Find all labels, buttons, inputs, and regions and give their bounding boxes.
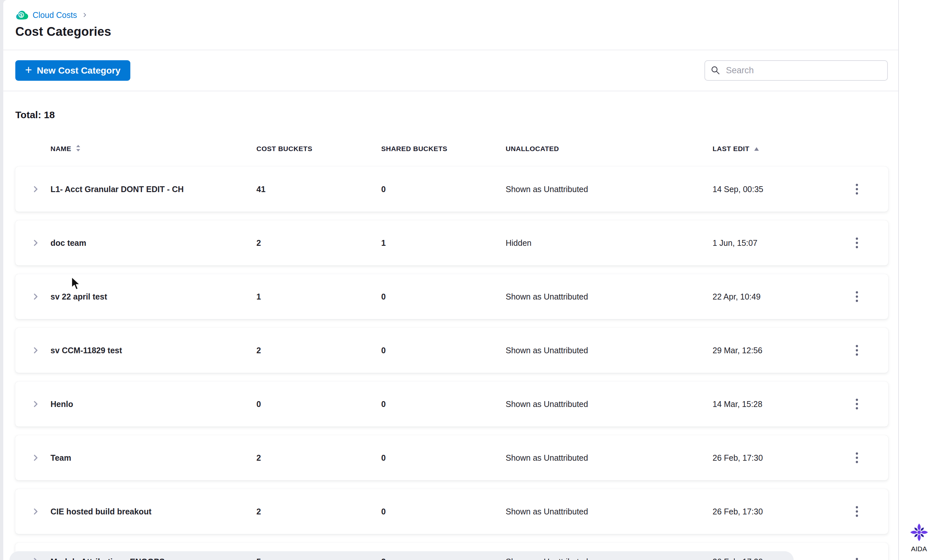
table-row[interactable]: Module Attribution - ENGOPS 5 2 Shown as… bbox=[15, 543, 888, 560]
search-box bbox=[705, 60, 888, 81]
chevron-right-icon[interactable] bbox=[31, 454, 44, 462]
row-unallocated: Shown as Unattributed bbox=[506, 292, 712, 302]
table-row[interactable]: CIE hosted build breakout 2 0 Shown as U… bbox=[15, 489, 888, 534]
col-header-shared-buckets-label: SHARED BUCKETS bbox=[381, 145, 447, 153]
table-row[interactable]: doc team 2 1 Hidden 1 Jun, 15:07 bbox=[15, 220, 888, 265]
breadcrumb-chevron-icon bbox=[82, 12, 88, 18]
row-shared-buckets: 0 bbox=[381, 345, 506, 355]
row-cost-buckets: 2 bbox=[256, 345, 381, 355]
app-root: $ Cloud Costs Cost Categories + New Cost… bbox=[0, 0, 939, 560]
total-count: Total: 18 bbox=[15, 109, 898, 121]
row-name: Module Attribution - ENGOPS bbox=[44, 543, 256, 560]
kebab-menu-icon[interactable] bbox=[850, 290, 863, 303]
chevron-right-icon[interactable] bbox=[31, 346, 44, 355]
table-row[interactable]: L1- Acct Granular DONT EDIT - CH 41 0 Sh… bbox=[15, 167, 888, 212]
row-shared-buckets: 0 bbox=[381, 507, 506, 516]
row-unallocated: Hidden bbox=[506, 238, 712, 248]
row-last-edit: 14 Mar, 15:28 bbox=[712, 399, 836, 409]
aida-label: AIDA bbox=[911, 545, 927, 553]
chevron-right-icon[interactable] bbox=[31, 238, 44, 247]
kebab-menu-icon[interactable] bbox=[850, 344, 863, 357]
table-row[interactable]: sv CCM-11829 test 2 0 Shown as Unattribu… bbox=[15, 328, 888, 373]
row-name: Henlo bbox=[44, 399, 256, 409]
row-last-edit: 14 Sep, 00:35 bbox=[712, 184, 836, 194]
table-header-row: NAME COST BUCKETS SHARED BUCKETS UNALLOC… bbox=[15, 144, 888, 153]
kebab-menu-icon[interactable] bbox=[850, 451, 863, 464]
row-cost-buckets: 5 bbox=[256, 543, 381, 560]
kebab-menu-icon[interactable] bbox=[850, 543, 863, 560]
total-value: 18 bbox=[44, 109, 55, 120]
row-name: sv 22 april test bbox=[44, 292, 256, 302]
row-unallocated: Shown as Unattributed bbox=[506, 453, 712, 463]
col-header-name[interactable]: NAME bbox=[44, 145, 256, 153]
table-row[interactable]: sv 22 april test 1 0 Shown as Unattribut… bbox=[15, 274, 888, 319]
row-last-edit: 22 Apr, 10:49 bbox=[712, 292, 836, 302]
row-name: doc team bbox=[44, 238, 256, 248]
col-header-cost-buckets-label: COST BUCKETS bbox=[256, 145, 313, 153]
main-panel: $ Cloud Costs Cost Categories + New Cost… bbox=[3, 0, 899, 560]
aida-flower-icon bbox=[910, 523, 928, 543]
kebab-menu-icon[interactable] bbox=[850, 397, 863, 411]
row-cost-buckets: 41 bbox=[256, 184, 381, 194]
sort-both-icon bbox=[76, 145, 80, 153]
cost-category-list: L1- Acct Granular DONT EDIT - CH 41 0 Sh… bbox=[15, 167, 888, 560]
row-shared-buckets: 0 bbox=[381, 184, 506, 194]
row-unallocated: Shown as Unattributed bbox=[506, 184, 712, 194]
chevron-right-icon[interactable] bbox=[31, 400, 44, 408]
row-last-edit: 26 Feb, 17:30 bbox=[712, 543, 836, 560]
new-cost-category-button[interactable]: + New Cost Category bbox=[15, 60, 130, 81]
col-header-shared-buckets[interactable]: SHARED BUCKETS bbox=[381, 145, 506, 153]
row-cost-buckets: 2 bbox=[256, 453, 381, 463]
page-title: Cost Categories bbox=[15, 25, 898, 39]
chevron-right-icon[interactable] bbox=[31, 185, 44, 193]
col-header-unallocated-label: UNALLOCATED bbox=[506, 145, 559, 153]
row-shared-buckets: 0 bbox=[381, 399, 506, 409]
row-last-edit: 26 Feb, 17:30 bbox=[712, 507, 836, 516]
chevron-right-icon[interactable] bbox=[31, 507, 44, 516]
chevron-right-icon[interactable] bbox=[31, 292, 44, 301]
row-cost-buckets: 1 bbox=[256, 292, 381, 302]
row-cost-buckets: 0 bbox=[256, 399, 381, 409]
kebab-menu-icon[interactable] bbox=[850, 183, 863, 196]
row-shared-buckets: 0 bbox=[381, 292, 506, 302]
col-header-last-edit-label: LAST EDIT bbox=[712, 145, 749, 153]
page-header: $ Cloud Costs Cost Categories bbox=[3, 0, 898, 50]
content-area: Total: 18 NAME COST BUCKETS SHARED BUCKE… bbox=[3, 91, 898, 560]
total-label: Total: bbox=[15, 109, 41, 120]
table-row[interactable]: Henlo 0 0 Shown as Unattributed 14 Mar, … bbox=[15, 382, 888, 426]
row-last-edit: 26 Feb, 17:30 bbox=[712, 453, 836, 463]
col-header-cost-buckets[interactable]: COST BUCKETS bbox=[256, 145, 381, 153]
chevron-right-icon[interactable] bbox=[31, 543, 44, 560]
row-last-edit: 29 Mar, 12:56 bbox=[712, 345, 836, 355]
sort-asc-icon bbox=[754, 145, 759, 153]
row-shared-buckets: 2 bbox=[381, 543, 506, 560]
table-row[interactable]: Team 2 0 Shown as Unattributed 26 Feb, 1… bbox=[15, 435, 888, 480]
new-cost-category-label: New Cost Category bbox=[37, 65, 120, 76]
row-name: L1- Acct Granular DONT EDIT - CH bbox=[44, 184, 256, 194]
row-name: Team bbox=[44, 453, 256, 463]
row-name: CIE hosted build breakout bbox=[44, 507, 256, 516]
aida-button[interactable]: AIDA bbox=[899, 523, 939, 553]
row-unallocated: Shown as Unattributed bbox=[506, 399, 712, 409]
row-last-edit: 1 Jun, 15:07 bbox=[712, 238, 836, 248]
kebab-menu-icon[interactable] bbox=[850, 236, 863, 249]
row-unallocated: Shown as Unattributed bbox=[506, 345, 712, 355]
row-shared-buckets: 1 bbox=[381, 238, 506, 248]
right-rail bbox=[899, 0, 939, 560]
row-shared-buckets: 0 bbox=[381, 453, 506, 463]
kebab-menu-icon[interactable] bbox=[850, 505, 863, 518]
col-header-unallocated[interactable]: UNALLOCATED bbox=[506, 145, 712, 153]
row-name: sv CCM-11829 test bbox=[44, 345, 256, 355]
toolbar: + New Cost Category bbox=[3, 50, 898, 91]
row-cost-buckets: 2 bbox=[256, 238, 381, 248]
col-header-last-edit[interactable]: LAST EDIT bbox=[712, 145, 836, 153]
col-header-name-label: NAME bbox=[51, 145, 71, 153]
svg-text:$: $ bbox=[20, 13, 23, 18]
row-cost-buckets: 2 bbox=[256, 507, 381, 516]
breadcrumb-link-cloud-costs[interactable]: Cloud Costs bbox=[32, 11, 77, 19]
row-unallocated: Shown as Unattributed bbox=[506, 507, 712, 516]
breadcrumb: $ Cloud Costs bbox=[15, 8, 898, 22]
search-input[interactable] bbox=[705, 60, 888, 81]
cloud-dollar-icon: $ bbox=[15, 9, 28, 21]
row-unallocated: Shown as Unattributed bbox=[506, 543, 712, 560]
